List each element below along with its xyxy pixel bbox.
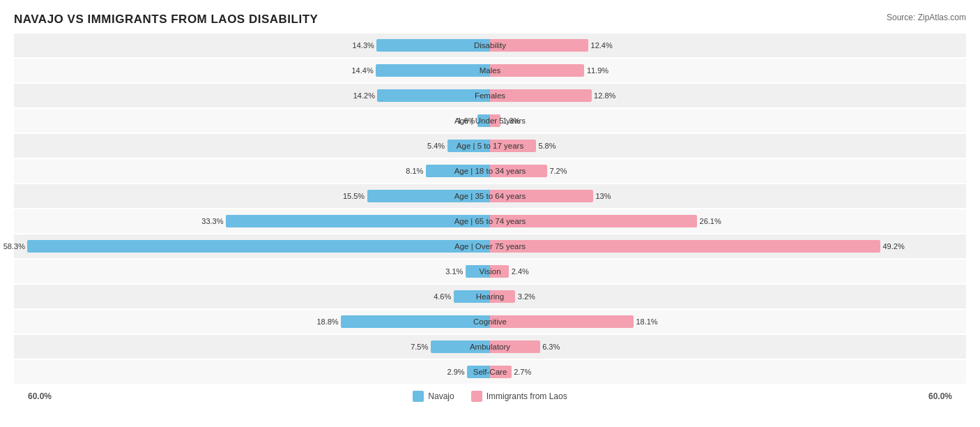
value-navajo: 1.6% [457,117,475,125]
bar-left-half: 14.2% [14,84,490,107]
bar-navajo [226,215,490,227]
source-label: Source: ZipAtlas.com [887,13,966,22]
bar-navajo [376,64,490,77]
bar-navajo [477,114,490,127]
bar-left-half: 3.1% [14,260,490,283]
chart-row: 15.5%13%Age | 35 to 64 years [14,184,966,208]
chart-row: 18.8%18.1%Cognitive [14,310,966,334]
chart-footer: 60.0% Navajo Immigrants from Laos 60.0% [14,391,966,402]
value-navajo: 18.8% [316,317,338,326]
chart-row: 14.3%12.4%Disability [14,33,966,57]
bar-immigrants [490,315,634,328]
bar-right-half: 12.8% [490,84,966,107]
value-immigrants: 11.9% [587,66,608,75]
chart-container: NAVAJO VS IMMIGRANTS FROM LAOS DISABILIT… [0,0,980,423]
bar-immigrants [490,165,547,177]
bar-immigrants [490,140,536,152]
bar-navajo [377,89,490,102]
bar-left-half: 7.5% [14,335,490,359]
legend-immigrants: Immigrants from Laos [471,391,567,402]
bar-left-half: 5.4% [14,134,490,158]
bar-immigrants [490,89,592,102]
bar-navajo [376,39,490,52]
legend-navajo: Navajo [413,391,454,402]
value-immigrants: 12.8% [594,91,615,100]
bar-right-half: 3.2% [490,285,966,308]
bar-navajo [467,366,490,378]
bar-right-half: 1.3% [490,109,966,133]
value-immigrants: 1.3% [503,117,520,125]
chart-row: 33.3%26.1%Age | 65 to 74 years [14,209,966,233]
bar-immigrants [490,240,880,253]
chart-row: 3.1%2.4%Vision [14,260,966,283]
bar-immigrants [490,340,540,353]
legend-navajo-label: Navajo [428,391,454,401]
bar-left-half: 4.6% [14,285,490,308]
value-immigrants: 12.4% [591,41,613,50]
bar-immigrants [490,64,584,77]
value-immigrants: 26.1% [700,217,721,225]
chart-row: 7.5%6.3%Ambulatory [14,335,966,359]
bar-left-half: 58.3% [14,234,490,258]
bar-left-half: 1.6% [14,109,490,133]
bar-navajo [426,165,490,177]
value-navajo: 4.6% [434,292,451,301]
bar-left-half: 18.8% [14,310,490,334]
legend: Navajo Immigrants from Laos [413,391,567,402]
bar-immigrants [490,190,593,202]
chart-row: 14.2%12.8%Females [14,84,966,107]
chart-row: 1.6%1.3%Age | Under 5 years [14,109,966,133]
value-navajo: 15.5% [343,192,365,200]
bar-right-half: 5.8% [490,134,966,158]
footer-right-value: 60.0% [928,391,952,401]
value-immigrants: 2.7% [514,368,531,376]
bar-immigrants [490,265,509,278]
value-immigrants: 49.2% [882,242,904,250]
value-navajo: 14.3% [353,41,374,50]
bar-immigrants [490,215,697,227]
chart-row: 8.1%7.2%Age | 18 to 34 years [14,159,966,183]
chart-row: 4.6%3.2%Hearing [14,285,966,308]
bar-left-half: 2.9% [14,360,490,384]
bar-right-half: 11.9% [490,59,966,82]
legend-navajo-box [413,391,424,402]
bar-left-half: 14.3% [14,33,490,57]
bar-left-half: 15.5% [14,184,490,208]
value-navajo: 8.1% [406,167,423,175]
bar-navajo [431,340,490,353]
value-navajo: 7.5% [411,343,428,351]
bar-navajo [27,240,490,253]
chart-row: 14.4%11.9%Males [14,59,966,82]
bar-right-half: 12.4% [490,33,966,57]
chart-area: 14.3%12.4%Disability14.4%11.9%Males14.2%… [14,33,966,384]
value-immigrants: 18.1% [636,317,657,326]
value-navajo: 58.3% [3,242,25,250]
bar-right-half: 2.7% [490,360,966,384]
bar-left-half: 14.4% [14,59,490,82]
value-navajo: 3.1% [445,267,463,276]
bar-right-half: 13% [490,184,966,208]
value-navajo: 14.2% [353,91,375,100]
bar-right-half: 2.4% [490,260,966,283]
value-immigrants: 13% [595,192,611,200]
bar-navajo [447,140,490,152]
bar-immigrants [490,366,512,378]
legend-immigrants-label: Immigrants from Laos [487,391,567,401]
value-immigrants: 5.8% [538,142,556,150]
value-immigrants: 2.4% [512,267,529,276]
value-navajo: 2.9% [447,368,465,376]
bar-navajo [367,190,490,202]
chart-title: NAVAJO VS IMMIGRANTS FROM LAOS DISABILIT… [14,13,966,27]
bar-left-half: 8.1% [14,159,490,183]
legend-immigrants-box [471,391,482,402]
bar-navajo [466,265,490,278]
value-immigrants: 6.3% [542,343,560,351]
bar-immigrants [490,290,515,303]
chart-row: 2.9%2.7%Self-Care [14,360,966,384]
bar-navajo [454,290,490,303]
bar-right-half: 6.3% [490,335,966,359]
bar-immigrants [490,114,500,127]
bar-right-half: 26.1% [490,209,966,233]
bar-left-half: 33.3% [14,209,490,233]
bar-navajo [341,315,490,328]
